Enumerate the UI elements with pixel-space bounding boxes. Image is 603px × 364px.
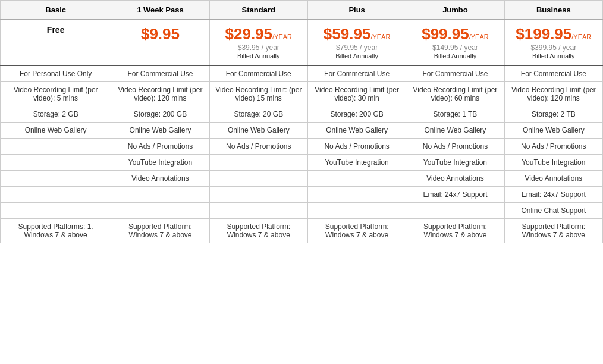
youtube-business: YouTube Integration bbox=[504, 155, 602, 171]
gallery-plus: Online Web Gallery bbox=[307, 123, 406, 139]
price-week: $9.95 bbox=[111, 20, 209, 65]
chat-support-jumbo bbox=[406, 203, 504, 219]
email-support-business: Email: 24x7 Support bbox=[504, 187, 602, 203]
email-support-plus bbox=[307, 187, 406, 203]
chat-support-plus bbox=[307, 203, 406, 219]
youtube-week: YouTube Integration bbox=[111, 155, 209, 171]
header-plus: Plus bbox=[307, 1, 406, 20]
gallery-standard: Online Web Gallery bbox=[209, 123, 307, 139]
use-type-jumbo: For Commercial Use bbox=[406, 65, 504, 82]
gallery-business: Online Web Gallery bbox=[504, 123, 602, 139]
use-type-business: For Commercial Use bbox=[504, 65, 602, 82]
annotations-week: Video Annotations bbox=[111, 171, 209, 187]
use-type-basic: For Personal Use Only bbox=[1, 65, 111, 82]
chat-support-basic bbox=[1, 203, 111, 219]
chat-support-standard bbox=[209, 203, 307, 219]
email-support-jumbo: Email: 24x7 Support bbox=[406, 187, 504, 203]
use-type-week: For Commercial Use bbox=[111, 65, 209, 82]
video-limit-plus: Video Recording Limit (per video): 30 mi… bbox=[307, 82, 406, 106]
pricing-table: Basic 1 Week Pass Standard Plus Jumbo Bu… bbox=[0, 0, 603, 243]
email-support-basic bbox=[1, 187, 111, 203]
use-type-plus: For Commercial Use bbox=[307, 65, 406, 82]
annotations-plus bbox=[307, 171, 406, 187]
annotations-standard bbox=[209, 171, 307, 187]
price-standard: $29.95/YEAR $39.95 / year Billed Annuall… bbox=[209, 20, 307, 65]
header-business: Business bbox=[504, 1, 602, 20]
youtube-basic bbox=[1, 155, 111, 171]
youtube-standard bbox=[209, 155, 307, 171]
noads-basic bbox=[1, 139, 111, 155]
storage-basic: Storage: 2 GB bbox=[1, 106, 111, 123]
platforms-plus: Supported Platform: Windows 7 & above bbox=[307, 219, 406, 243]
gallery-basic: Online Web Gallery bbox=[1, 123, 111, 139]
gallery-week: Online Web Gallery bbox=[111, 123, 209, 139]
header-basic: Basic bbox=[1, 1, 111, 20]
annotations-jumbo: Video Annotations bbox=[406, 171, 504, 187]
price-business: $199.95/YEAR $399.95 / year Billed Annua… bbox=[504, 20, 602, 65]
header-standard: Standard bbox=[209, 1, 307, 20]
storage-plus: Storage: 200 GB bbox=[307, 106, 406, 123]
noads-week: No Ads / Promotions bbox=[111, 139, 209, 155]
video-limit-business: Video Recording Limit (per video): 120 m… bbox=[504, 82, 602, 106]
platforms-jumbo: Supported Platform: Windows 7 & above bbox=[406, 219, 504, 243]
video-limit-standard: Video Recording Limit: (per video) 15 mi… bbox=[209, 82, 307, 106]
price-jumbo: $99.95/YEAR $149.95 / year Billed Annual… bbox=[406, 20, 504, 65]
annotations-business: Video Annotations bbox=[504, 171, 602, 187]
platforms-basic: Supported Platforms: 1. Windows 7 & abov… bbox=[1, 219, 111, 243]
chat-support-business: Online Chat Support bbox=[504, 203, 602, 219]
free-label: Free bbox=[1, 20, 111, 65]
youtube-jumbo: YouTube Integration bbox=[406, 155, 504, 171]
chat-support-week bbox=[111, 203, 209, 219]
annotations-basic bbox=[1, 171, 111, 187]
noads-business: No Ads / Promotions bbox=[504, 139, 602, 155]
platforms-standard: Supported Platform: Windows 7 & above bbox=[209, 219, 307, 243]
video-limit-week: Video Recording Limit (per video): 120 m… bbox=[111, 82, 209, 106]
header-jumbo: Jumbo bbox=[406, 1, 504, 20]
header-week: 1 Week Pass bbox=[111, 1, 209, 20]
video-limit-basic: Video Recording Limit (per video): 5 min… bbox=[1, 82, 111, 106]
email-support-standard bbox=[209, 187, 307, 203]
price-plus: $59.95/YEAR $79.95 / year Billed Annuall… bbox=[307, 20, 406, 65]
platforms-week: Supported Platform: Windows 7 & above bbox=[111, 219, 209, 243]
gallery-jumbo: Online Web Gallery bbox=[406, 123, 504, 139]
storage-week: Storage: 200 GB bbox=[111, 106, 209, 123]
storage-standard: Storage: 20 GB bbox=[209, 106, 307, 123]
use-type-standard: For Commercial Use bbox=[209, 65, 307, 82]
noads-standard: No Ads / Promotions bbox=[209, 139, 307, 155]
video-limit-jumbo: Video Recording Limit (per video): 60 mi… bbox=[406, 82, 504, 106]
storage-jumbo: Storage: 1 TB bbox=[406, 106, 504, 123]
noads-jumbo: No Ads / Promotions bbox=[406, 139, 504, 155]
platforms-business: Supported Platform: Windows 7 & above bbox=[504, 219, 602, 243]
noads-plus: No Ads / Promotions bbox=[307, 139, 406, 155]
email-support-week bbox=[111, 187, 209, 203]
youtube-plus: YouTube Integration bbox=[307, 155, 406, 171]
storage-business: Storage: 2 TB bbox=[504, 106, 602, 123]
